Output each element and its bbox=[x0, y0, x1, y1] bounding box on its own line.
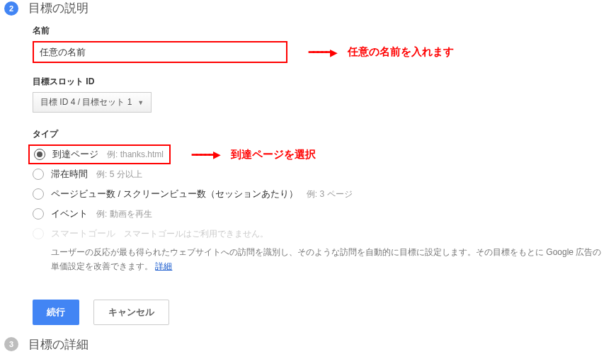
step-2-number: 2 bbox=[9, 4, 13, 13]
smart-goal-desc-text: ユーザーの反応が最も得られたウェブサイトへの訪問を識別し、そのような訪問を自動的… bbox=[51, 247, 601, 271]
type-destination-highlight: 到達ページ 例: thanks.html bbox=[28, 144, 171, 164]
goal-slot-dropdown[interactable]: 目標 ID 4 / 目標セット 1 ▼ bbox=[33, 92, 152, 113]
radio-destination-label: 到達ページ bbox=[52, 148, 98, 161]
smart-goal-description: ユーザーの反応が最も得られたウェブサイトへの訪問を識別し、そのような訪問を自動的… bbox=[51, 245, 603, 274]
slot-label: 目標スロット ID bbox=[33, 76, 616, 88]
continue-button[interactable]: 続行 bbox=[33, 300, 79, 325]
radio-event-label: イベント bbox=[51, 207, 88, 220]
type-label: タイプ bbox=[33, 128, 616, 140]
name-annotation-text: 任意の名前を入れます bbox=[348, 45, 454, 59]
smart-goal-link[interactable]: 詳細 bbox=[155, 261, 172, 271]
radio-pages-example: 例: 3 ページ bbox=[307, 188, 353, 200]
radio-event-example: 例: 動画を再生 bbox=[96, 208, 152, 220]
radio-pages-label: ページビュー数 / スクリーンビュー数（セッションあたり） bbox=[51, 188, 298, 200]
radio-smart-label: スマートゴール bbox=[51, 227, 115, 240]
step-2-title: 目標の説明 bbox=[28, 0, 89, 16]
step-3-number: 3 bbox=[9, 340, 13, 348]
radio-event[interactable] bbox=[33, 208, 44, 220]
radio-duration-example: 例: 5 分以上 bbox=[96, 169, 142, 181]
destination-annotation-text: 到達ページを選択 bbox=[231, 148, 316, 161]
cancel-button-inner[interactable]: キャンセル bbox=[93, 300, 169, 325]
radio-dot-icon bbox=[37, 152, 42, 157]
radio-duration-label: 滞在時間 bbox=[51, 168, 88, 181]
chevron-down-icon: ▼ bbox=[137, 99, 144, 106]
name-label: 名前 bbox=[33, 25, 616, 37]
radio-destination-example: 例: thanks.html bbox=[107, 149, 164, 161]
radio-smart-unavailable: スマートゴールはご利用できません。 bbox=[124, 228, 268, 240]
radio-destination[interactable] bbox=[34, 149, 45, 160]
step-3-circle: 3 bbox=[4, 337, 18, 351]
radio-duration[interactable] bbox=[33, 169, 44, 180]
goal-slot-value: 目標 ID 4 / 目標セット 1 bbox=[40, 96, 132, 108]
name-annotation-arrow: ━━━━━▶ 任意の名前を入れます bbox=[309, 45, 454, 59]
goal-name-input[interactable] bbox=[33, 41, 287, 63]
step-2-circle: 2 bbox=[4, 1, 18, 16]
destination-annotation-arrow: ━━━━━▶ 到達ページを選択 bbox=[192, 148, 316, 161]
radio-smart bbox=[33, 228, 44, 239]
radio-pages[interactable] bbox=[33, 188, 44, 200]
step-3-title: 目標の詳細 bbox=[28, 336, 89, 353]
